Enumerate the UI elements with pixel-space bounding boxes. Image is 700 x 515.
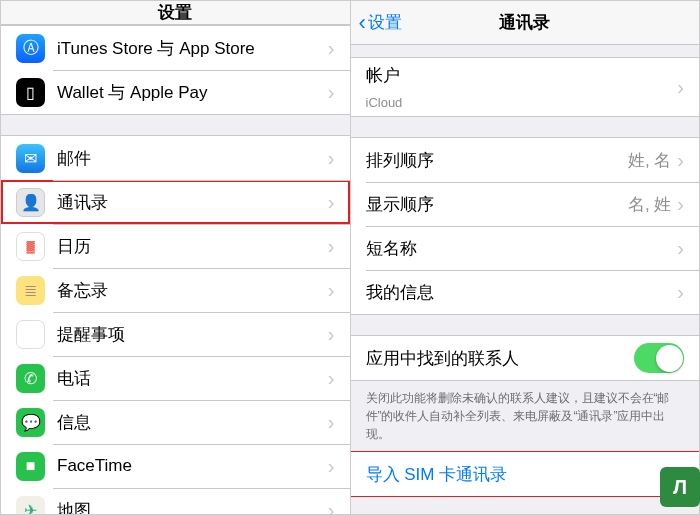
row-label: 显示顺序 [366,193,628,216]
accounts-label: 帐户 [366,64,685,95]
back-button[interactable]: ‹ 设置 [359,11,402,34]
row-label: 日历 [57,235,328,258]
settings-row[interactable]: 我的信息› [351,270,700,314]
chevron-right-icon: › [328,147,335,170]
row-label: 电话 [57,367,328,390]
row-value: 姓, 名 [628,149,671,172]
mail-icon: ✉ [16,144,45,173]
row-label: Wallet 与 Apple Pay [57,81,328,104]
chevron-right-icon: › [677,281,684,304]
row-label: 排列顺序 [366,149,628,172]
left-header: 设置 [1,1,350,25]
settings-row[interactable]: ⒶiTunes Store 与 App Store› [1,26,350,70]
settings-row[interactable]: 👤通讯录› [1,180,350,224]
chevron-right-icon: › [328,191,335,214]
row-label: 邮件 [57,147,328,170]
row-label: 短名称 [366,237,678,260]
chevron-right-icon: › [328,37,335,60]
chevron-right-icon: › [328,499,335,515]
settings-row[interactable]: 排列顺序姓, 名› [351,138,700,182]
settings-pane: 设置 ⒶiTunes Store 与 App Store›▯Wallet 与 A… [1,1,351,514]
messages-icon: 💬 [16,408,45,437]
maps-icon: ✈ [16,496,45,515]
wallet-icon: ▯ [16,78,45,107]
row-label: 提醒事项 [57,323,328,346]
left-title: 设置 [158,1,192,24]
reminders-icon: ⋮ [16,320,45,349]
chevron-right-icon: › [328,411,335,434]
chevron-right-icon: › [328,279,335,302]
found-in-apps-row[interactable]: 应用中找到的联系人 [351,336,700,380]
settings-row[interactable]: ⋮提醒事项› [1,312,350,356]
right-title: 通讯录 [499,11,550,34]
settings-row[interactable]: ✉邮件› [1,136,350,180]
row-label: 信息 [57,411,328,434]
settings-row[interactable]: ✆电话› [1,356,350,400]
chevron-right-icon: › [677,237,684,260]
settings-row[interactable]: ≣备忘录› [1,268,350,312]
phone-icon: ✆ [16,364,45,393]
appstore-icon: Ⓐ [16,34,45,63]
footer-note: 关闭此功能将删除未确认的联系人建议，且建议不会在“邮件”的收件人自动补全列表、来… [351,381,700,451]
chevron-right-icon: › [328,81,335,104]
chevron-right-icon: › [328,235,335,258]
chevron-left-icon: ‹ [359,12,366,34]
settings-row[interactable]: ✈地图› [1,488,350,514]
settings-row[interactable]: 💬信息› [1,400,350,444]
import-sim-label: 导入 SIM 卡通讯录 [366,463,508,486]
found-in-apps-toggle[interactable] [634,343,684,373]
settings-row[interactable]: 显示顺序名, 姓› [351,182,700,226]
found-in-apps-label: 应用中找到的联系人 [366,347,635,370]
chevron-right-icon: › [328,323,335,346]
row-label: FaceTime [57,456,328,476]
contacts-icon: 👤 [16,188,45,217]
accounts-value: iCloud [366,95,685,110]
watermark-icon: Л [660,467,700,507]
settings-row[interactable]: ■FaceTime› [1,444,350,488]
settings-row[interactable]: 短名称› [351,226,700,270]
chevron-right-icon: › [677,193,684,216]
back-label: 设置 [368,11,402,34]
settings-row[interactable]: ▯Wallet 与 Apple Pay› [1,70,350,114]
facetime-icon: ■ [16,452,45,481]
right-header: ‹ 设置 通讯录 [351,1,700,45]
row-label: 备忘录 [57,279,328,302]
chevron-right-icon: › [677,149,684,172]
chevron-right-icon: › [328,455,335,478]
chevron-right-icon: › [328,367,335,390]
chevron-right-icon: › [677,76,684,99]
row-value: 名, 姓 [628,193,671,216]
import-sim-row[interactable]: 导入 SIM 卡通讯录 [351,452,700,496]
row-label: 通讯录 [57,191,328,214]
settings-row[interactable]: ▓日历› [1,224,350,268]
notes-icon: ≣ [16,276,45,305]
row-label: 地图 [57,499,328,515]
row-label: 我的信息 [366,281,678,304]
row-label: iTunes Store 与 App Store [57,37,328,60]
calendar-icon: ▓ [16,232,45,261]
contacts-pane: ‹ 设置 通讯录 帐户 iCloud › 排列顺序姓, 名›显示顺序名, 姓›短… [351,1,700,514]
accounts-row[interactable]: 帐户 iCloud › [351,58,700,116]
